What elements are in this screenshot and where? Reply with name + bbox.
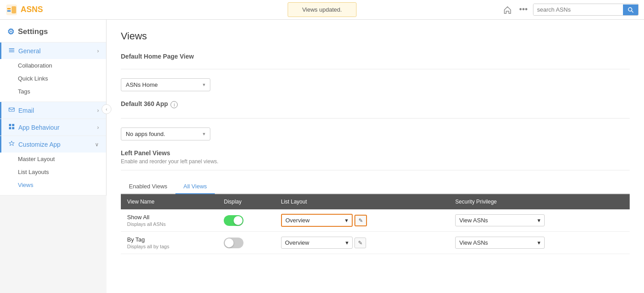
default-360-section: Default 360 App i No apps found. ▾: [121, 100, 630, 140]
svg-point-4: [628, 8, 632, 11]
security-dropdown-arrow-show-all: ▾: [537, 217, 541, 224]
layout-dropdown-wrapper-by-tag: Overview ▾ ✎: [281, 237, 443, 249]
tab-enabled-views[interactable]: Enabled Views: [121, 179, 175, 194]
layout-dropdown-arrow-show-all: ▾: [345, 217, 348, 224]
layout: ⚙ Settings General: [0, 20, 644, 293]
sidebar-section-customize-app: Customize App ∨ Master Layout List Layou…: [0, 136, 106, 195]
svg-rect-7: [9, 50, 14, 51]
notification-area: Views updated.: [287, 2, 357, 17]
svg-rect-2: [7, 10, 11, 12]
sidebar-section-app-behaviour: App Behaviour ›: [0, 119, 106, 136]
sidebar-section-general: General › Collaboration Quick Links Tags: [0, 42, 106, 102]
topbar-right: •••: [501, 3, 639, 16]
default-360-arrow: ▾: [203, 131, 205, 137]
sidebar-item-tags[interactable]: Tags: [0, 85, 106, 98]
notification-banner: Views updated.: [287, 2, 357, 17]
app-behaviour-label: App Behaviour: [18, 124, 60, 131]
general-chevron: ›: [97, 48, 99, 54]
security-dropdown-arrow-by-tag: ▾: [537, 239, 541, 246]
default-360-dropdown[interactable]: No apps found. ▾: [121, 127, 210, 140]
row-show-all-name: Show All Displays all ASNs: [121, 209, 218, 232]
gear-icon: ⚙: [7, 27, 14, 37]
home-button[interactable]: [501, 4, 514, 16]
layout-dropdown-wrapper-show-all: Overview ▾ ✎: [281, 214, 443, 227]
app-behaviour-icon: [9, 123, 15, 131]
sidebar-header: ⚙ Settings: [0, 20, 106, 42]
sidebar-title: Settings: [18, 27, 48, 36]
app-behaviour-chevron: ›: [97, 124, 99, 131]
svg-rect-10: [9, 124, 11, 126]
email-icon: [9, 106, 15, 114]
svg-rect-13: [12, 127, 14, 129]
sidebar-item-email[interactable]: Email ›: [0, 102, 106, 119]
default-360-value: No apps found.: [126, 131, 165, 137]
security-dropdown-by-tag[interactable]: View ASNs ▾: [455, 237, 545, 249]
table-header: View Name Display List Layout Security P…: [121, 194, 630, 209]
security-dropdown-show-all[interactable]: View ASNs ▾: [455, 214, 545, 226]
sidebar-item-views[interactable]: Views: [0, 178, 106, 191]
sidebar-item-quick-links[interactable]: Quick Links: [0, 72, 106, 85]
sidebar-item-collaboration[interactable]: Collaboration: [0, 59, 106, 72]
row-by-tag-layout: Overview ▾ ✎: [275, 232, 449, 254]
edit-layout-show-all[interactable]: ✎: [354, 215, 367, 226]
layout-dropdown-by-tag[interactable]: Overview ▾: [281, 237, 353, 249]
edit-icon-show-all: ✎: [358, 217, 363, 224]
col-display: Display: [218, 194, 274, 209]
sidebar-item-list-layouts[interactable]: List Layouts: [0, 166, 106, 178]
svg-rect-11: [12, 124, 14, 126]
search-input[interactable]: [533, 4, 623, 15]
divider-3: [121, 170, 630, 170]
divider-2: [121, 118, 630, 119]
app-name: ASNS: [21, 5, 43, 14]
sidebar-collapse-button[interactable]: ‹: [102, 104, 111, 114]
row-by-tag-security: View ASNs ▾: [449, 232, 630, 254]
left-panel-section: Left Panel Views Enable and reorder your…: [121, 149, 630, 254]
main-content: Views Default Home Page View ASNs Home ▾…: [107, 20, 644, 293]
customize-app-label: Customize App: [18, 141, 60, 148]
toggle-wrapper-show-all: [224, 215, 268, 226]
home-page-view-arrow: ▾: [203, 82, 205, 88]
svg-rect-1: [7, 8, 11, 9]
svg-line-5: [631, 11, 633, 13]
toggle-show-all[interactable]: [224, 215, 243, 226]
email-chevron: ›: [97, 107, 99, 114]
svg-rect-9: [9, 108, 14, 111]
more-button[interactable]: •••: [517, 3, 529, 16]
general-icon: [9, 47, 15, 55]
tabs-row: Enabled Views All Views: [121, 179, 630, 194]
toggle-wrapper-by-tag: [224, 238, 268, 248]
customize-app-sub-items: Master Layout List Layouts Views: [0, 153, 106, 195]
default-home-title: Default Home Page View: [121, 53, 630, 60]
table-row: Show All Displays all ASNs: [121, 209, 630, 232]
email-label: Email: [18, 107, 34, 114]
col-view-name: View Name: [121, 194, 218, 209]
row-show-all-security: View ASNs ▾: [449, 209, 630, 232]
edit-icon-by-tag: ✎: [358, 240, 363, 246]
customize-app-chevron: ∨: [95, 141, 99, 148]
row-show-all-display: [218, 209, 274, 232]
layout-dropdown-arrow-by-tag: ▾: [345, 239, 349, 246]
sidebar-wrapper: ⚙ Settings General: [0, 20, 107, 293]
sidebar-item-customize-app[interactable]: Customize App ∨: [0, 136, 106, 153]
left-panel-title: Left Panel Views: [121, 149, 630, 157]
info-icon: i: [171, 101, 178, 108]
table-row: By Tag Displays all by tags: [121, 232, 630, 254]
edit-layout-by-tag[interactable]: ✎: [354, 238, 366, 248]
general-sub-items: Collaboration Quick Links Tags: [0, 59, 106, 102]
left-panel-subtitle: Enable and reorder your left panel views…: [121, 158, 630, 165]
sidebar-item-master-layout[interactable]: Master Layout: [0, 153, 106, 166]
sidebar-item-app-behaviour[interactable]: App Behaviour ›: [0, 119, 106, 136]
svg-rect-8: [9, 51, 14, 52]
home-page-view-dropdown[interactable]: ASNs Home ▾: [121, 78, 210, 91]
row-show-all-layout: Overview ▾ ✎: [275, 209, 449, 232]
svg-rect-6: [9, 48, 14, 49]
table-body: Show All Displays all ASNs: [121, 209, 630, 254]
tab-all-views[interactable]: All Views: [175, 179, 215, 194]
layout-dropdown-show-all[interactable]: Overview ▾: [281, 214, 353, 227]
sidebar-item-general[interactable]: General ›: [0, 42, 106, 59]
row-by-tag-name: By Tag Displays all by tags: [121, 232, 218, 254]
page-title: Views: [121, 30, 630, 42]
sidebar-section-email: Email ›: [0, 102, 106, 119]
toggle-by-tag[interactable]: [224, 238, 243, 248]
search-button[interactable]: [623, 4, 638, 15]
